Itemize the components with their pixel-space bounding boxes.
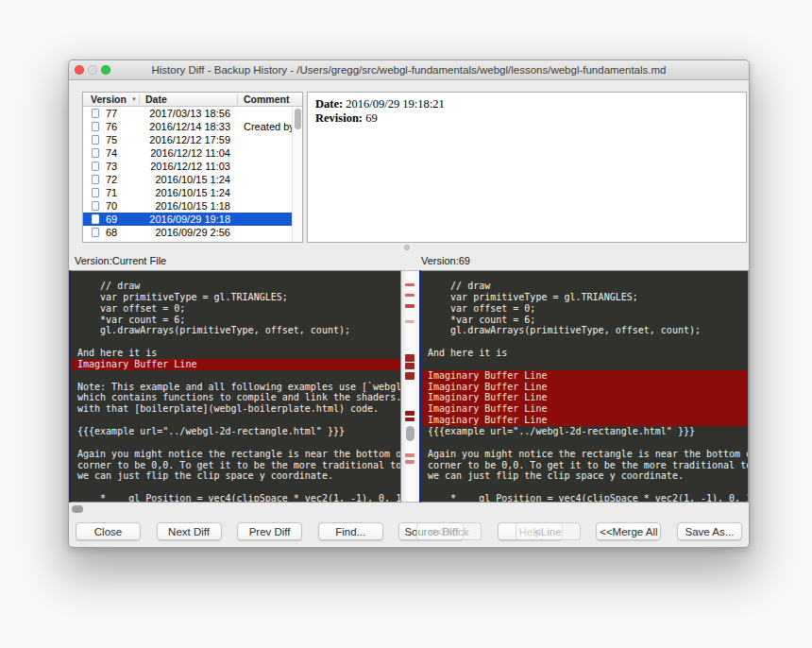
version-cell: 70 (83, 200, 140, 212)
version-cell: 72 (83, 174, 140, 185)
right-pane-header: Version:69 (421, 255, 470, 266)
diff-highlight-line: Imaginary Buffer Line (72, 359, 400, 370)
version-list: Version ▼ Date Comment 772017/03/13 18:5… (82, 92, 303, 243)
code-line (422, 336, 748, 348)
version-list-scrollbar-thumb[interactable] (295, 109, 301, 129)
code-line: * gl_Position = vec4(clipSpace * vec2(1,… (422, 493, 748, 503)
code-line: And here it is (422, 348, 748, 359)
file-icon (92, 228, 99, 237)
version-cell: 76 (83, 121, 140, 132)
file-icon (92, 214, 99, 224)
version-row[interactable]: 732016/12/12 11:03 (83, 160, 292, 173)
version-row[interactable]: 682016/09/29 2:56 (83, 226, 292, 239)
horizontal-scrollbar-thumb[interactable] (72, 505, 83, 513)
diff-indicator-scrollbar[interactable] (401, 270, 419, 503)
file-icon (92, 162, 99, 171)
diff-mark (405, 460, 414, 464)
column-header-comment[interactable]: Comment (238, 94, 302, 105)
version-row[interactable]: 692016/09/29 19:18 (83, 213, 292, 226)
close-window-icon[interactable] (75, 65, 84, 75)
code-line: *var count = 6; (422, 315, 748, 326)
column-header-version[interactable]: Version ▼ (83, 94, 140, 105)
file-icon (92, 148, 99, 158)
code-line: corner to be 0,0. To get it to be the mo… (72, 460, 400, 471)
detail-revision-row: Revision: 69 (315, 111, 738, 126)
date-cell: 2016/12/12 11:04 (140, 147, 238, 159)
diff-highlight-line: Imaginary Buffer Line (422, 403, 748, 415)
version-number: 77 (106, 108, 117, 119)
save-as-button[interactable]: Save As... (677, 522, 742, 540)
version-number: 70 (106, 200, 117, 212)
code-line: *var count = 6; (72, 315, 400, 326)
column-header-comment-label: Comment (244, 94, 289, 105)
file-icon (92, 175, 99, 184)
prev-diff-button[interactable]: Prev Diff (237, 522, 302, 540)
desktop: { "window": { "title": "History Diff - B… (0, 0, 812, 648)
revision-details-panel: Date: 2016/09/29 19:18:21 Revision: 69 (307, 92, 747, 243)
code-line: which contains functions to compile and … (72, 392, 400, 403)
date-cell: 2017/03/13 18:56 (140, 108, 238, 119)
code-line: with that [boilerplate](webgl-boilerplat… (72, 403, 400, 415)
code-line: Note: This example and all following exa… (72, 382, 400, 393)
help-button-group: Help<Line (498, 522, 581, 540)
version-row[interactable]: 752016/12/12 17:59 (83, 133, 292, 146)
diff-mark (405, 363, 414, 369)
file-icon (92, 188, 99, 197)
detail-date-row: Date: 2016/09/29 19:18:21 (315, 97, 738, 111)
sort-descending-icon: ▼ (131, 96, 137, 102)
version-number: 68 (106, 227, 117, 238)
date-cell: 2016/12/12 11:03 (140, 161, 238, 172)
version-number: 75 (106, 134, 117, 145)
file-icon (92, 201, 99, 211)
column-header-version-label: Version (91, 94, 127, 105)
version-row[interactable]: 742016/12/12 11:04 (83, 146, 292, 160)
close-button[interactable]: Close (76, 522, 141, 540)
version-row[interactable]: 762016/12/14 18:33Created by (83, 120, 292, 133)
code-line: gl.drawArrays(primitiveType, offset, cou… (422, 325, 748, 336)
code-line (72, 370, 400, 382)
diff-scrollbar-thumb[interactable] (406, 426, 414, 441)
minimize-window-icon[interactable] (88, 65, 97, 75)
source-diff-button-group: Source Diff<<Block (398, 522, 482, 540)
code-line: var primitiveType = gl.TRIANGLES; (422, 292, 748, 303)
version-list-scrollbar[interactable] (292, 107, 302, 242)
version-cell: 75 (83, 134, 140, 145)
detail-date-value: 2016/09/29 19:18:21 (346, 97, 445, 111)
code-line: // draw (422, 281, 748, 292)
code-line (422, 359, 748, 370)
code-line: we can just flip the clip space y coordi… (422, 470, 748, 482)
code-line: Again you might notice the rectangle is … (72, 449, 400, 460)
version-row[interactable]: 772017/03/13 18:56 (83, 107, 292, 120)
date-cell: 2016/12/14 18:33 (140, 121, 238, 132)
ghost-block-button[interactable]: <<Block (416, 522, 482, 540)
splitter-handle[interactable] (404, 245, 410, 250)
titlebar[interactable]: History Diff - Backup History - /Users/g… (69, 60, 749, 80)
zoom-window-icon[interactable] (101, 65, 110, 75)
diff-pane-current-file[interactable]: // draw var primitiveType = gl.TRIANGLES… (69, 270, 401, 503)
version-row[interactable]: 712016/10/15 1:24 (83, 186, 292, 199)
version-row[interactable]: 702016/10/15 1:18 (83, 199, 292, 213)
column-header-date[interactable]: Date (140, 94, 238, 105)
diff-pane-version-69[interactable]: // draw var primitiveType = gl.TRIANGLES… (419, 270, 749, 503)
version-row[interactable]: 722016/10/15 1:24 (83, 173, 292, 186)
column-header-date-label: Date (145, 94, 167, 105)
code-line: {{{example url="../webgl-2d-rectangle.ht… (422, 426, 748, 437)
date-cell: 2016/09/29 2:56 (140, 227, 238, 238)
find-button[interactable]: Find... (318, 522, 383, 540)
diff-highlight-line: Imaginary Buffer Line (422, 382, 748, 393)
version-number: 73 (106, 161, 117, 172)
merge-all-button[interactable]: <<Merge All (596, 522, 661, 540)
code-line (72, 437, 400, 449)
date-cell: 2016/10/15 1:24 (140, 174, 238, 185)
version-list-header: Version ▼ Date Comment (83, 93, 302, 107)
version-cell: 73 (83, 161, 140, 172)
version-number: 69 (106, 213, 117, 225)
code-line: we can just flip the clip space y coordi… (72, 470, 400, 482)
next-diff-button[interactable]: Next Diff (157, 522, 222, 540)
version-rows: 772017/03/13 18:56762016/12/14 18:33Crea… (83, 107, 292, 242)
diff-highlight-line: Imaginary Buffer Line (422, 370, 748, 382)
ghost-line-button[interactable]: <Line (516, 522, 581, 540)
date-cell: 2016/10/15 1:24 (140, 187, 238, 198)
left-pane-header: Version:Current File (75, 255, 166, 266)
diff-mark (405, 411, 414, 416)
